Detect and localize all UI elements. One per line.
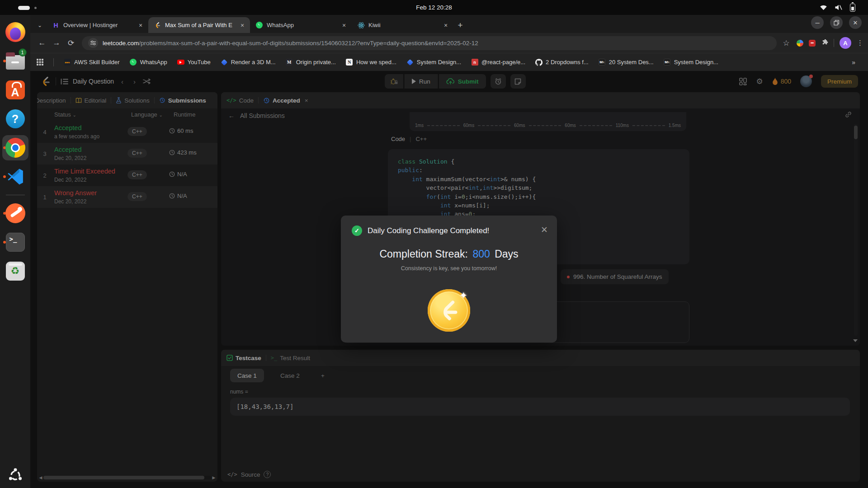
bookmark-label: @react-page/e...: [481, 59, 525, 66]
tabs-row: H Overview | Hostinger × Max Sum of a Pa…: [47, 17, 453, 33]
tab-close-icon[interactable]: ×: [442, 21, 450, 29]
bookmark-label: 20 System Des...: [609, 59, 654, 66]
browser-tab-2[interactable]: Max Sum of a Pair With E ×: [148, 17, 250, 33]
react-favicon: [358, 22, 365, 29]
volume-muted-icon: [835, 5, 843, 10]
medium-favicon: Mk: [599, 59, 605, 66]
system-tray[interactable]: [820, 0, 855, 15]
tab-search-button[interactable]: ⌄: [33, 18, 47, 33]
ubuntu-software-icon: A: [6, 80, 25, 99]
leetcode-coin: ✦: [428, 289, 470, 332]
bookmark-item-6[interactable]: NHow we sped...: [346, 59, 396, 66]
leetcode-page: Daily Question ‹ › Run Submit: [30, 71, 868, 488]
extensions-puzzle-icon[interactable]: [821, 39, 828, 47]
bookmarks-row: awsAWS Skill BuilderWhatsAppYouTubeRende…: [64, 59, 842, 66]
bookmark-item-5[interactable]: MOrigin private...: [286, 59, 336, 66]
youtube-favicon: [177, 60, 184, 65]
tab-title: Overview | Hostinger: [63, 22, 133, 28]
browser-tab-4[interactable]: Kiwii ×: [352, 17, 453, 33]
modal-subtitle: Consistency is key, see you tomorrow!: [341, 265, 557, 272]
help-icon: ?: [6, 109, 25, 128]
apps-grid-icon[interactable]: [37, 59, 43, 66]
tab-title: Kiwii: [368, 22, 438, 28]
diamond-favicon: [221, 59, 227, 65]
m-favicon: M: [286, 59, 292, 66]
bookmark-item-1[interactable]: awsAWS Skill Builder: [64, 59, 120, 66]
trash-icon: ♻: [6, 262, 25, 281]
bookmark-item-10[interactable]: Mk20 System Des...: [599, 59, 654, 66]
back-button[interactable]: ←: [35, 36, 49, 50]
bookmark-item-8[interactable]: n@react-page/e...: [471, 59, 525, 66]
forward-button[interactable]: →: [49, 36, 64, 50]
site-settings-icon[interactable]: [88, 38, 98, 48]
wifi-icon: [820, 5, 827, 10]
bookmark-item-4[interactable]: Render a 3D M...: [221, 59, 276, 66]
dock-item-files[interactable]: 1: [2, 48, 28, 74]
tab-title: Max Sum of a Pair With E: [165, 22, 235, 28]
bookmark-item-7[interactable]: System Design...: [406, 59, 461, 66]
close-window-button[interactable]: ✕: [849, 16, 862, 29]
profile-avatar[interactable]: A: [840, 37, 851, 49]
terminal-icon: >_: [6, 233, 25, 252]
tab-close-icon[interactable]: ×: [137, 21, 145, 29]
success-check-icon: ✓: [352, 225, 362, 236]
modal-header: ✓ Daily Coding Challenge Completed!: [352, 225, 489, 236]
modal-title: Daily Coding Challenge Completed!: [368, 226, 489, 235]
tab-close-icon[interactable]: ×: [238, 21, 246, 29]
whatsapp-favicon: [256, 22, 263, 28]
dock-item-chrome[interactable]: [2, 135, 28, 160]
restore-button[interactable]: [830, 16, 843, 29]
dock-item-terminal[interactable]: >_: [2, 230, 28, 255]
url-host: leetcode.com: [103, 40, 139, 47]
postman-icon: [5, 203, 25, 223]
files-icon: [6, 55, 25, 70]
bookmark-label: YouTube: [188, 59, 211, 66]
bookmark-label: System Design...: [674, 59, 718, 66]
restore-icon: [834, 20, 840, 26]
bookmark-label: System Design...: [417, 59, 461, 66]
bookmark-label: Origin private...: [296, 59, 336, 66]
hostinger-favicon: H: [53, 22, 58, 29]
notion-favicon: N: [346, 59, 353, 66]
bookmark-item-2[interactable]: WhatsApp: [130, 59, 167, 66]
dock-item-trash[interactable]: ♻: [2, 258, 28, 284]
minimize-button[interactable]: ─: [811, 16, 824, 29]
streak-modal: ✓ Daily Coding Challenge Completed! ✕ Co…: [341, 216, 557, 343]
dock-item-ubuntu-software[interactable]: A: [2, 77, 28, 103]
dock-separator: [6, 195, 25, 195]
system-clock[interactable]: Feb 12 20:28: [0, 0, 868, 15]
bookmark-item-11[interactable]: MkSystem Design...: [664, 59, 718, 66]
dock-item-help[interactable]: ?: [2, 106, 28, 131]
extension-colorful-icon[interactable]: [797, 40, 803, 47]
bookmark-label: AWS Skill Builder: [74, 59, 120, 66]
github-favicon: [535, 59, 542, 66]
dock-item-postman[interactable]: [2, 201, 28, 226]
menu-kebab-icon[interactable]: ⋮: [857, 39, 863, 47]
npm-favicon: n: [472, 59, 478, 66]
browser-tab-3[interactable]: WhatsApp ×: [250, 17, 352, 33]
tab-close-icon[interactable]: ×: [340, 21, 348, 29]
running-indicator: [3, 241, 6, 244]
bookmarks-overflow-button[interactable]: »: [852, 59, 862, 66]
extension-red-icon[interactable]: [809, 40, 816, 47]
dock-item-firefox[interactable]: [2, 19, 28, 45]
browser-toolbar: ← → ⟳ leetcode.com/problems/max-sum-of-a…: [30, 33, 868, 53]
modal-close-icon[interactable]: ✕: [541, 225, 548, 235]
address-bar[interactable]: leetcode.com/problems/max-sum-of-a-pair-…: [82, 36, 777, 50]
bookmark-star-icon[interactable]: ☆: [781, 36, 791, 50]
streak-line: Completion Streak: 800 Days: [341, 248, 557, 260]
bookmark-item-3[interactable]: YouTube: [177, 59, 211, 66]
notification-badge: 1: [19, 48, 27, 56]
new-tab-button[interactable]: +: [453, 18, 467, 33]
reload-button[interactable]: ⟳: [64, 36, 78, 50]
diamond-favicon: [407, 59, 413, 65]
bookmark-item-9[interactable]: 2 Dropdowns f...: [535, 59, 589, 66]
leetcode-favicon: [154, 22, 161, 28]
running-indicator: [3, 60, 6, 62]
dock-item-vscode[interactable]: [2, 164, 28, 189]
sparkle-icon: ✦: [459, 290, 467, 301]
browser-tab-1[interactable]: H Overview | Hostinger ×: [47, 17, 148, 33]
bookmarks-separator: [53, 58, 54, 66]
show-applications-button[interactable]: [0, 467, 30, 483]
aws-favicon: aws: [64, 59, 71, 66]
